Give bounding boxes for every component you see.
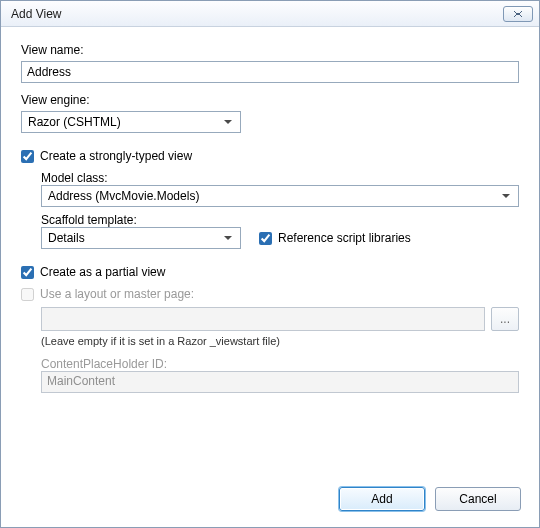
model-class-select[interactable]: Address (MvcMovie.Models): [41, 185, 519, 207]
view-engine-label: View engine:: [21, 93, 519, 107]
partial-view-label: Create as a partial view: [40, 265, 165, 279]
use-layout-row: Use a layout or master page:: [21, 287, 519, 301]
titlebar: Add View: [1, 1, 539, 27]
cancel-button[interactable]: Cancel: [435, 487, 521, 511]
scaffold-template-select[interactable]: Details: [41, 227, 241, 249]
dialog-body: View name: View engine: Razor (CSHTML) C…: [1, 27, 539, 477]
use-layout-label: Use a layout or master page:: [40, 287, 194, 301]
reference-scripts-label: Reference script libraries: [278, 231, 411, 245]
content-placeholder-input: MainContent: [41, 371, 519, 393]
view-engine-select[interactable]: Razor (CSHTML): [21, 111, 241, 133]
layout-hint: (Leave empty if it is set in a Razor _vi…: [41, 335, 519, 347]
add-button[interactable]: Add: [339, 487, 425, 511]
chevron-down-icon: [498, 188, 514, 204]
scaffold-template-value: Details: [48, 231, 85, 245]
view-engine-value: Razor (CSHTML): [28, 115, 121, 129]
model-class-value: Address (MvcMovie.Models): [48, 189, 199, 203]
add-view-dialog: Add View View name: View engine: Razor (…: [0, 0, 540, 528]
layout-path-input: [41, 307, 485, 331]
browse-layout-button: ...: [491, 307, 519, 331]
reference-scripts-checkbox[interactable]: [259, 232, 272, 245]
content-placeholder-label: ContentPlaceHolder ID:: [41, 357, 519, 371]
view-name-input[interactable]: [21, 61, 519, 83]
dialog-footer: Add Cancel: [1, 477, 539, 527]
model-class-label: Model class:: [41, 171, 519, 185]
strongly-typed-checkbox[interactable]: [21, 150, 34, 163]
chevron-down-icon: [220, 114, 236, 130]
use-layout-checkbox[interactable]: [21, 288, 34, 301]
ellipsis-icon: ...: [500, 312, 510, 326]
close-icon: [512, 10, 524, 18]
strongly-typed-label: Create a strongly-typed view: [40, 149, 192, 163]
scaffold-template-label: Scaffold template:: [41, 213, 519, 227]
dialog-title: Add View: [11, 7, 503, 21]
layout-group: ... (Leave empty if it is set in a Razor…: [41, 305, 519, 393]
strongly-typed-group: Model class: Address (MvcMovie.Models) S…: [41, 167, 519, 249]
partial-view-checkbox[interactable]: [21, 266, 34, 279]
close-button[interactable]: [503, 6, 533, 22]
chevron-down-icon: [220, 230, 236, 246]
view-name-label: View name:: [21, 43, 519, 57]
